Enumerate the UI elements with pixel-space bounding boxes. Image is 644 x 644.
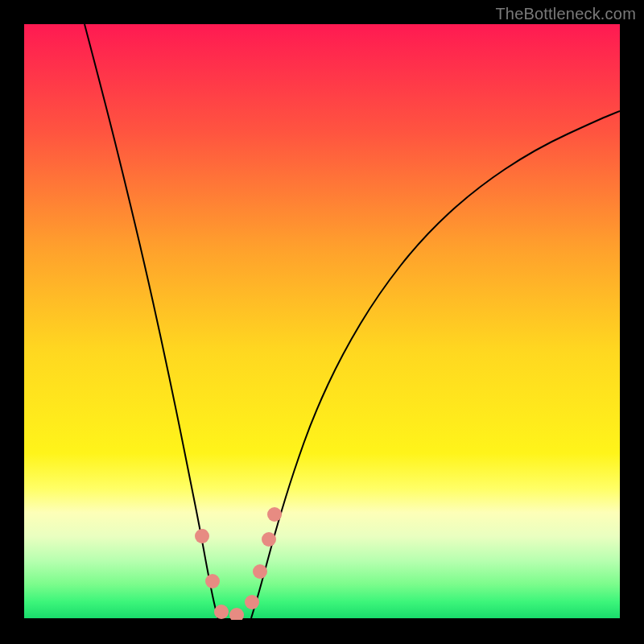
chart-background: [24, 24, 620, 620]
marker-point: [205, 574, 220, 588]
marker-point: [214, 605, 229, 619]
marker-point: [262, 532, 276, 547]
chart-svg: [24, 24, 620, 620]
bottleneck-chart: [24, 24, 620, 620]
marker-point: [267, 507, 282, 522]
marker-point: [245, 595, 259, 609]
marker-point: [253, 564, 267, 579]
watermark-text: TheBottleneck.com: [495, 5, 636, 23]
marker-point: [195, 529, 209, 543]
